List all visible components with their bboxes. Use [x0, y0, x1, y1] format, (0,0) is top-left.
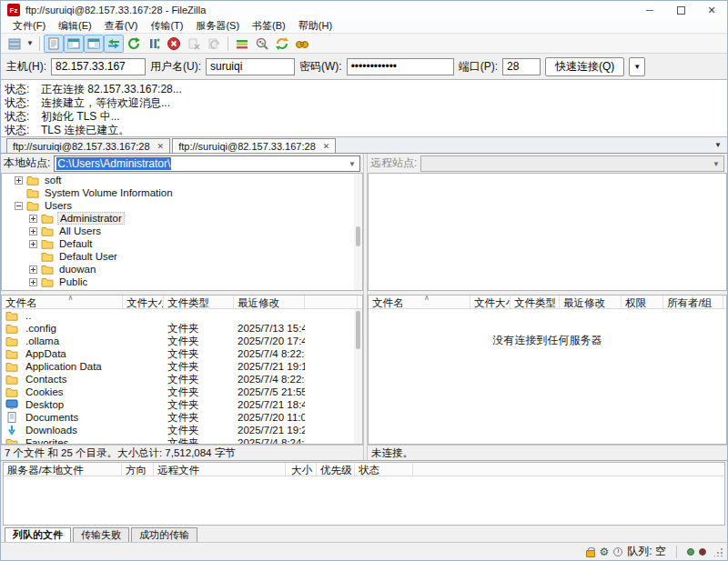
tree-scrollbar-thumb[interactable] — [356, 226, 360, 246]
refresh-button[interactable] — [124, 35, 144, 53]
reconnect-button[interactable] — [204, 35, 224, 53]
menu-item-0[interactable]: 文件(F) — [6, 19, 52, 33]
file-row[interactable]: Cookies文件夹2025/7/5 21:55:36 — [2, 386, 362, 398]
column-header[interactable]: 文件大小 — [123, 296, 164, 308]
collapse-icon[interactable] — [15, 202, 23, 210]
menu-item-1[interactable]: 编辑(E) — [52, 19, 98, 33]
filter-button[interactable] — [252, 35, 272, 53]
tab-close-icon[interactable]: ✕ — [157, 142, 165, 151]
expand-icon[interactable] — [29, 227, 37, 235]
close-button[interactable]: ✕ — [696, 1, 727, 19]
tree-scrollbar[interactable] — [354, 174, 362, 290]
site-manager-button[interactable] — [5, 35, 25, 53]
file-row[interactable]: Contacts文件夹2025/7/4 8:22:43 — [2, 373, 362, 386]
column-header[interactable]: 文件类型 — [511, 296, 560, 308]
quickconnect-dropdown[interactable]: ▼ — [629, 57, 645, 76]
host-input[interactable] — [51, 58, 146, 75]
expand-icon[interactable] — [29, 240, 37, 248]
column-header[interactable]: 文件名∧ — [2, 296, 123, 308]
queue-tab-2[interactable]: 成功的传输 — [131, 527, 197, 542]
column-header[interactable]: 权限 — [622, 296, 663, 308]
list-scrollbar[interactable] — [354, 309, 362, 444]
column-header[interactable]: 方向 — [122, 463, 154, 476]
expand-icon[interactable] — [29, 265, 37, 274]
column-header[interactable]: 最近修改 — [234, 296, 305, 308]
speedlimit-icon[interactable] — [613, 547, 622, 556]
local-site-combobox[interactable]: C:\Users\Administrator\ ▼ — [54, 155, 360, 172]
tree-item[interactable]: Default User — [2, 250, 362, 263]
connection-tab-2[interactable]: ftp://suruiqi@82.157.33.167:28 ✕ — [172, 138, 336, 153]
tab-close-icon[interactable]: ✕ — [323, 142, 330, 151]
tree-item[interactable]: Default — [2, 237, 362, 250]
file-row[interactable]: Favorites文件夹2025/7/4 8:24:54 — [2, 436, 362, 444]
toggle-local-tree-button[interactable] — [64, 35, 84, 53]
column-header[interactable]: 服务器/本地文件 — [4, 463, 122, 476]
file-row[interactable]: .config文件夹2025/7/13 15:45:... — [2, 322, 362, 335]
menu-item-6[interactable]: 帮助(H) — [292, 19, 339, 33]
disconnect-button[interactable] — [184, 35, 204, 53]
file-row[interactable]: .. — [2, 309, 362, 322]
tree-item[interactable]: duowan — [2, 263, 362, 275]
column-header[interactable] — [305, 296, 358, 308]
minimize-button[interactable]: ─ — [634, 1, 665, 19]
quickconnect-button[interactable]: 快速连接(Q) — [545, 57, 624, 76]
tab-list-dropdown[interactable]: ▼ — [714, 141, 722, 149]
queue-tab-0[interactable]: 列队的文件 — [5, 527, 71, 542]
column-header[interactable]: 远程文件 — [154, 463, 286, 476]
menu-item-3[interactable]: 传输(T) — [144, 19, 189, 33]
remote-site-combobox[interactable]: ▼ — [420, 155, 724, 172]
column-header[interactable]: 所有者/组 — [663, 296, 723, 308]
expand-icon[interactable] — [29, 278, 37, 286]
tree-item[interactable]: Public — [2, 275, 362, 288]
toggle-remote-tree-button[interactable] — [84, 35, 104, 53]
toggle-log-button[interactable] — [44, 35, 64, 53]
message-log[interactable]: 状态:正在连接 82.157.33.167:28...状态:连接建立，等待欢迎消… — [1, 79, 727, 137]
local-list-body[interactable]: ...config文件夹2025/7/13 15:45:....ollama文件… — [2, 309, 362, 444]
sync-browse-button[interactable] — [272, 35, 292, 53]
resize-grip[interactable] — [714, 547, 723, 556]
file-row[interactable]: AppData文件夹2025/7/4 8:22:40 — [2, 347, 362, 360]
find-button[interactable] — [292, 35, 312, 53]
column-header[interactable]: 状态 — [355, 463, 413, 476]
expand-icon[interactable] — [29, 215, 37, 223]
queue-tab-1[interactable]: 传输失败 — [73, 527, 129, 542]
file-row[interactable]: Application Data文件夹2025/7/21 19:10:... — [2, 360, 362, 373]
tree-item[interactable]: System Volume Information — [2, 186, 362, 199]
tree-item[interactable]: All Users — [2, 225, 362, 237]
file-row[interactable]: Downloads文件夹2025/7/21 19:26:... — [2, 424, 362, 436]
file-row[interactable]: Documents文件夹2025/7/20 11:01:... — [2, 411, 362, 424]
expand-icon[interactable] — [15, 291, 23, 292]
menu-item-5[interactable]: 书签(B) — [246, 19, 292, 33]
site-manager-dropdown[interactable]: ▼ — [25, 35, 35, 53]
connection-tab-1[interactable]: ftp://suruiqi@82.157.33.167:28 ✕ — [6, 138, 170, 153]
column-header[interactable]: 最近修改 — [560, 296, 622, 308]
local-directory-tree[interactable]: softSystem Volume InformationUsersAdmini… — [1, 173, 363, 291]
lock-icon[interactable] — [586, 546, 595, 557]
toggle-queue-button[interactable] — [104, 35, 124, 53]
remote-list-body[interactable]: 没有连接到任何服务器 — [369, 309, 726, 444]
chevron-down-icon[interactable]: ▼ — [349, 160, 356, 168]
username-input[interactable] — [206, 58, 295, 75]
port-input[interactable] — [502, 58, 541, 75]
compare-button[interactable] — [232, 35, 252, 53]
column-header[interactable]: 优先级 — [317, 463, 355, 476]
tree-item[interactable]: soft — [2, 174, 362, 186]
column-header[interactable]: 文件名∧ — [369, 296, 470, 308]
column-header[interactable]: 文件大小 — [470, 296, 511, 308]
password-input[interactable] — [347, 58, 454, 75]
file-row[interactable]: .ollama文件夹2025/7/20 17:41:... — [2, 335, 362, 347]
remote-directory-tree[interactable] — [368, 173, 727, 291]
cancel-button[interactable] — [164, 35, 184, 53]
process-queue-button[interactable] — [144, 35, 164, 53]
tree-item[interactable]: Windows — [2, 288, 362, 291]
tree-item[interactable]: Users — [2, 199, 362, 212]
expand-icon[interactable] — [15, 176, 23, 185]
column-header[interactable]: 文件类型 — [164, 296, 234, 308]
menu-item-4[interactable]: 服务器(S) — [189, 19, 246, 33]
menu-item-2[interactable]: 查看(V) — [98, 19, 145, 33]
queue-body[interactable] — [4, 476, 724, 525]
tree-item[interactable]: Administrator — [2, 212, 362, 225]
gear-icon[interactable]: ⚙ — [600, 546, 610, 557]
column-header[interactable]: 大小 — [286, 463, 317, 476]
list-scrollbar-thumb[interactable] — [356, 311, 360, 349]
